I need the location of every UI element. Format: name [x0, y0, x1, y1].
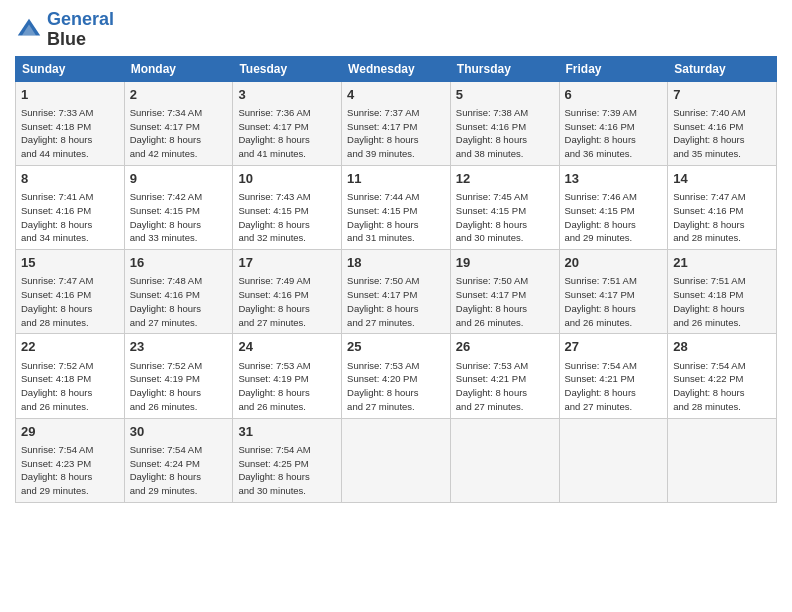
day-number: 5: [456, 86, 554, 104]
calendar-day-cell: 17Sunrise: 7:49 AM Sunset: 4:16 PM Dayli…: [233, 250, 342, 334]
calendar-day-cell: 3Sunrise: 7:36 AM Sunset: 4:17 PM Daylig…: [233, 81, 342, 165]
day-info: Sunrise: 7:52 AM Sunset: 4:19 PM Dayligh…: [130, 359, 228, 414]
calendar-week-row: 1Sunrise: 7:33 AM Sunset: 4:18 PM Daylig…: [16, 81, 777, 165]
day-number: 27: [565, 338, 663, 356]
calendar-week-row: 29Sunrise: 7:54 AM Sunset: 4:23 PM Dayli…: [16, 418, 777, 502]
day-number: 8: [21, 170, 119, 188]
calendar-day-cell: [450, 418, 559, 502]
calendar-day-cell: 1Sunrise: 7:33 AM Sunset: 4:18 PM Daylig…: [16, 81, 125, 165]
day-info: Sunrise: 7:43 AM Sunset: 4:15 PM Dayligh…: [238, 190, 336, 245]
calendar-day-cell: 23Sunrise: 7:52 AM Sunset: 4:19 PM Dayli…: [124, 334, 233, 418]
calendar-day-cell: 4Sunrise: 7:37 AM Sunset: 4:17 PM Daylig…: [342, 81, 451, 165]
day-info: Sunrise: 7:37 AM Sunset: 4:17 PM Dayligh…: [347, 106, 445, 161]
day-info: Sunrise: 7:44 AM Sunset: 4:15 PM Dayligh…: [347, 190, 445, 245]
logo-text: GeneralBlue: [47, 10, 114, 50]
day-info: Sunrise: 7:49 AM Sunset: 4:16 PM Dayligh…: [238, 274, 336, 329]
day-number: 9: [130, 170, 228, 188]
day-number: 19: [456, 254, 554, 272]
day-info: Sunrise: 7:53 AM Sunset: 4:20 PM Dayligh…: [347, 359, 445, 414]
calendar-day-cell: 5Sunrise: 7:38 AM Sunset: 4:16 PM Daylig…: [450, 81, 559, 165]
calendar-day-cell: 30Sunrise: 7:54 AM Sunset: 4:24 PM Dayli…: [124, 418, 233, 502]
day-number: 28: [673, 338, 771, 356]
day-info: Sunrise: 7:33 AM Sunset: 4:18 PM Dayligh…: [21, 106, 119, 161]
day-number: 22: [21, 338, 119, 356]
day-number: 16: [130, 254, 228, 272]
day-info: Sunrise: 7:54 AM Sunset: 4:23 PM Dayligh…: [21, 443, 119, 498]
calendar-day-cell: 18Sunrise: 7:50 AM Sunset: 4:17 PM Dayli…: [342, 250, 451, 334]
calendar-week-row: 8Sunrise: 7:41 AM Sunset: 4:16 PM Daylig…: [16, 165, 777, 249]
day-number: 7: [673, 86, 771, 104]
day-info: Sunrise: 7:53 AM Sunset: 4:19 PM Dayligh…: [238, 359, 336, 414]
calendar-day-cell: 28Sunrise: 7:54 AM Sunset: 4:22 PM Dayli…: [668, 334, 777, 418]
calendar-day-cell: 2Sunrise: 7:34 AM Sunset: 4:17 PM Daylig…: [124, 81, 233, 165]
day-of-week-header: Tuesday: [233, 56, 342, 81]
day-info: Sunrise: 7:54 AM Sunset: 4:25 PM Dayligh…: [238, 443, 336, 498]
calendar-day-cell: 8Sunrise: 7:41 AM Sunset: 4:16 PM Daylig…: [16, 165, 125, 249]
day-of-week-header: Wednesday: [342, 56, 451, 81]
calendar-header-row: SundayMondayTuesdayWednesdayThursdayFrid…: [16, 56, 777, 81]
logo-icon: [15, 16, 43, 44]
day-info: Sunrise: 7:45 AM Sunset: 4:15 PM Dayligh…: [456, 190, 554, 245]
calendar-day-cell: 29Sunrise: 7:54 AM Sunset: 4:23 PM Dayli…: [16, 418, 125, 502]
calendar-day-cell: 21Sunrise: 7:51 AM Sunset: 4:18 PM Dayli…: [668, 250, 777, 334]
day-number: 31: [238, 423, 336, 441]
day-info: Sunrise: 7:36 AM Sunset: 4:17 PM Dayligh…: [238, 106, 336, 161]
calendar-day-cell: 24Sunrise: 7:53 AM Sunset: 4:19 PM Dayli…: [233, 334, 342, 418]
day-info: Sunrise: 7:40 AM Sunset: 4:16 PM Dayligh…: [673, 106, 771, 161]
day-number: 3: [238, 86, 336, 104]
day-number: 30: [130, 423, 228, 441]
calendar-day-cell: 15Sunrise: 7:47 AM Sunset: 4:16 PM Dayli…: [16, 250, 125, 334]
day-number: 11: [347, 170, 445, 188]
calendar-day-cell: 16Sunrise: 7:48 AM Sunset: 4:16 PM Dayli…: [124, 250, 233, 334]
calendar-day-cell: 20Sunrise: 7:51 AM Sunset: 4:17 PM Dayli…: [559, 250, 668, 334]
calendar-day-cell: 10Sunrise: 7:43 AM Sunset: 4:15 PM Dayli…: [233, 165, 342, 249]
calendar-day-cell: 25Sunrise: 7:53 AM Sunset: 4:20 PM Dayli…: [342, 334, 451, 418]
day-of-week-header: Friday: [559, 56, 668, 81]
day-number: 23: [130, 338, 228, 356]
calendar-day-cell: [559, 418, 668, 502]
calendar-week-row: 15Sunrise: 7:47 AM Sunset: 4:16 PM Dayli…: [16, 250, 777, 334]
day-info: Sunrise: 7:48 AM Sunset: 4:16 PM Dayligh…: [130, 274, 228, 329]
day-info: Sunrise: 7:34 AM Sunset: 4:17 PM Dayligh…: [130, 106, 228, 161]
calendar-day-cell: 19Sunrise: 7:50 AM Sunset: 4:17 PM Dayli…: [450, 250, 559, 334]
day-number: 25: [347, 338, 445, 356]
day-number: 13: [565, 170, 663, 188]
day-of-week-header: Saturday: [668, 56, 777, 81]
day-info: Sunrise: 7:50 AM Sunset: 4:17 PM Dayligh…: [347, 274, 445, 329]
day-number: 10: [238, 170, 336, 188]
calendar-day-cell: 7Sunrise: 7:40 AM Sunset: 4:16 PM Daylig…: [668, 81, 777, 165]
calendar-day-cell: 12Sunrise: 7:45 AM Sunset: 4:15 PM Dayli…: [450, 165, 559, 249]
day-of-week-header: Thursday: [450, 56, 559, 81]
day-info: Sunrise: 7:53 AM Sunset: 4:21 PM Dayligh…: [456, 359, 554, 414]
day-number: 18: [347, 254, 445, 272]
day-info: Sunrise: 7:47 AM Sunset: 4:16 PM Dayligh…: [673, 190, 771, 245]
calendar-day-cell: 6Sunrise: 7:39 AM Sunset: 4:16 PM Daylig…: [559, 81, 668, 165]
day-info: Sunrise: 7:47 AM Sunset: 4:16 PM Dayligh…: [21, 274, 119, 329]
day-info: Sunrise: 7:46 AM Sunset: 4:15 PM Dayligh…: [565, 190, 663, 245]
day-number: 21: [673, 254, 771, 272]
logo: GeneralBlue: [15, 10, 114, 50]
day-number: 6: [565, 86, 663, 104]
day-info: Sunrise: 7:54 AM Sunset: 4:21 PM Dayligh…: [565, 359, 663, 414]
day-number: 26: [456, 338, 554, 356]
day-info: Sunrise: 7:50 AM Sunset: 4:17 PM Dayligh…: [456, 274, 554, 329]
day-info: Sunrise: 7:52 AM Sunset: 4:18 PM Dayligh…: [21, 359, 119, 414]
day-info: Sunrise: 7:39 AM Sunset: 4:16 PM Dayligh…: [565, 106, 663, 161]
day-number: 4: [347, 86, 445, 104]
day-number: 1: [21, 86, 119, 104]
calendar-day-cell: 14Sunrise: 7:47 AM Sunset: 4:16 PM Dayli…: [668, 165, 777, 249]
day-info: Sunrise: 7:51 AM Sunset: 4:18 PM Dayligh…: [673, 274, 771, 329]
calendar-day-cell: [342, 418, 451, 502]
day-number: 12: [456, 170, 554, 188]
day-info: Sunrise: 7:54 AM Sunset: 4:24 PM Dayligh…: [130, 443, 228, 498]
day-info: Sunrise: 7:54 AM Sunset: 4:22 PM Dayligh…: [673, 359, 771, 414]
calendar-day-cell: 31Sunrise: 7:54 AM Sunset: 4:25 PM Dayli…: [233, 418, 342, 502]
day-info: Sunrise: 7:42 AM Sunset: 4:15 PM Dayligh…: [130, 190, 228, 245]
day-number: 20: [565, 254, 663, 272]
day-number: 24: [238, 338, 336, 356]
calendar-day-cell: 26Sunrise: 7:53 AM Sunset: 4:21 PM Dayli…: [450, 334, 559, 418]
calendar-table: SundayMondayTuesdayWednesdayThursdayFrid…: [15, 56, 777, 503]
calendar-day-cell: 13Sunrise: 7:46 AM Sunset: 4:15 PM Dayli…: [559, 165, 668, 249]
day-of-week-header: Monday: [124, 56, 233, 81]
calendar-day-cell: 27Sunrise: 7:54 AM Sunset: 4:21 PM Dayli…: [559, 334, 668, 418]
